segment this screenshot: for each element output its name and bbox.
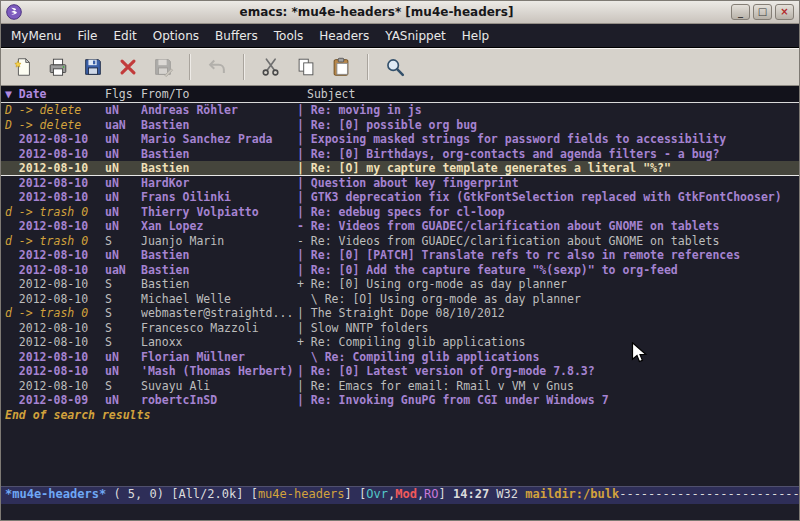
menu-yasnippet[interactable]: YASnippet [377,24,454,47]
message-flags: uN [105,393,141,408]
message-subject: | Re: moving in js [297,103,799,118]
message-row[interactable]: 2012-08-10SSuvayu Ali| Re: Emacs for ema… [1,379,799,394]
menu-mymenu[interactable]: MyMenu [3,24,69,47]
close-buffer-icon[interactable] [112,52,144,82]
maximize-button[interactable]: □ [753,4,772,20]
message-flags: S [105,321,141,336]
modeline-plain: W32 [489,487,525,501]
paste-icon[interactable] [325,52,357,82]
search-icon[interactable] [379,52,411,82]
message-row[interactable]: 2012-08-10uNXan Lopez- Re: Videos from G… [1,219,799,234]
menu-edit[interactable]: Edit [106,24,145,47]
message-row[interactable]: 2012-08-10uNMario Sanchez Prada| Exposin… [1,132,799,147]
message-flags: uN [105,350,141,365]
message-from: Xan Lopez [141,219,297,234]
message-subject: - Re: Videos from GUADEC/clarification a… [297,219,799,234]
message-subject: | The Straight Dope 08/10/2012 [297,306,799,321]
message-flags: uN [105,205,141,220]
message-subject: | Re: Invoking GnuPG from CGI under Wind… [297,393,799,408]
message-row[interactable]: d -> trash 0Swebmaster@straightd...| The… [1,306,799,321]
message-from: webmaster@straightd... [141,306,297,321]
message-subject: + Re: [0] Using org-mode as day planner [297,277,799,292]
cut-icon[interactable] [255,52,287,82]
message-row[interactable]: 2012-08-10uNFlorian Müllner \ Re: Compil… [1,350,799,365]
column-header-flags[interactable]: Flgs [105,86,141,102]
buffer-area[interactable]: ▼ DateFlgsFrom/ToSubject D -> deleteuNAn… [1,86,799,486]
message-flags: uN [105,132,141,147]
message-mark: 2012-08-10 [5,335,105,350]
message-row[interactable]: 2012-08-10uNBastien| Re: [0] Birthdays, … [1,147,799,162]
message-mark: 2012-08-10 [5,147,105,162]
message-row[interactable]: D -> deleteuaNBastien| Re: [0] possible … [1,118,799,133]
message-row[interactable]: d -> trash 0uNThierry Volpiatto| Re: ede… [1,205,799,220]
mode-line[interactable]: *mu4e-headers* ( 5, 0) [All/2.0k] [mu4e-… [1,486,799,504]
modeline-folder: maildir:/bulk [525,487,619,501]
save-icon[interactable] [77,52,109,82]
message-from: Thierry Volpiatto [141,205,297,220]
column-header-subject[interactable]: Subject [297,86,799,102]
message-row[interactable]: 2012-08-10SFrancesco Mazzoli| Slow NNTP … [1,321,799,336]
message-row[interactable]: 2012-08-10SBastien+ Re: [0] Using org-mo… [1,277,799,292]
close-button[interactable]: × [775,4,794,20]
message-mark: d -> trash 0 [5,234,105,249]
toolbar-separator [367,54,369,80]
message-mark: 2012-08-10 [5,190,105,205]
copy-icon[interactable] [290,52,322,82]
message-row[interactable]: 2012-08-10SLanoxx+ Re: Compiling glib ap… [1,335,799,350]
message-row[interactable]: 2012-08-10uNFrans Oilinki| GTK3 deprecat… [1,190,799,205]
column-header-date[interactable]: ▼ Date [5,86,105,102]
message-from: Bastien [141,277,297,292]
message-row[interactable]: 2012-08-10uNBastien| Re: [O] my capture … [1,161,799,176]
message-from: Michael Welle [141,292,297,307]
message-flags: uN [105,161,141,176]
menu-file[interactable]: File [69,24,105,47]
message-from: Bastien [141,118,297,133]
header-line: ▼ DateFlgsFrom/ToSubject [1,86,799,103]
message-mark: 2012-08-10 [5,161,105,176]
message-subject: + Re: Compiling glib applications [297,335,799,350]
message-row[interactable]: 2012-08-10SMichael Welle \ Re: [O] Using… [1,292,799,307]
modeline-plain: ( 5, 0) [All/2.0k] [ [106,487,258,501]
message-from: Juanjo Marin [141,234,297,249]
message-flags: S [105,234,141,249]
message-flags: S [105,306,141,321]
message-flags: S [105,277,141,292]
menu-headers[interactable]: Headers [311,24,377,47]
minimize-button[interactable]: _ [731,4,750,20]
message-flags: uN [105,190,141,205]
echo-area[interactable] [1,504,799,520]
message-mark: D -> delete [5,118,105,133]
toolbar [1,48,799,86]
message-from: Bastien [141,161,297,176]
message-flags: uN [105,248,141,263]
print-icon[interactable] [42,52,74,82]
message-row[interactable]: 2012-08-09uNrobertcInSD| Re: Invoking Gn… [1,393,799,408]
message-row[interactable]: d -> trash 0SJuanjo Marin- Re: Videos fr… [1,234,799,249]
message-flags: uN [105,103,141,118]
menu-options[interactable]: Options [145,24,207,47]
menu-buffers[interactable]: Buffers [207,24,266,47]
menu-tools[interactable]: Tools [266,24,312,47]
titlebar[interactable]: emacs: *mu4e-headers* [mu4e-headers] _□× [1,1,799,24]
message-row[interactable]: 2012-08-10uNHardKor| Question about key … [1,176,799,191]
message-subject: | GTK3 deprecation fix (GtkFontSelection… [297,190,799,205]
message-mark: 2012-08-10 [5,248,105,263]
message-mark: 2012-08-10 [5,350,105,365]
message-mark: 2012-08-10 [5,321,105,336]
modeline-ro: RO [424,487,438,501]
message-mark: 2012-08-10 [5,176,105,191]
menu-help[interactable]: Help [454,24,497,47]
message-from: Florian Müllner [141,350,297,365]
message-row[interactable]: 2012-08-10uaNBastien| Re: [0] Add the ca… [1,263,799,278]
column-header-from[interactable]: From/To [141,86,297,102]
message-row[interactable]: 2012-08-10uN'Mash (Thomas Herbert)| Re: … [1,364,799,379]
message-subject: | Re: [0] Add the capture feature "%(sex… [297,263,799,278]
message-from: Frans Oilinki [141,190,297,205]
message-row[interactable]: D -> deleteuNAndreas Röhler| Re: moving … [1,103,799,118]
emacs-window: emacs: *mu4e-headers* [mu4e-headers] _□×… [0,0,800,521]
message-mark: 2012-08-10 [5,277,105,292]
message-row[interactable]: 2012-08-10uNBastien| Re: [0] [PATCH] Tra… [1,248,799,263]
message-subject: | Re: edebug specs for cl-loop [297,205,799,220]
new-file-icon[interactable] [7,52,39,82]
message-from: robertcInSD [141,393,297,408]
